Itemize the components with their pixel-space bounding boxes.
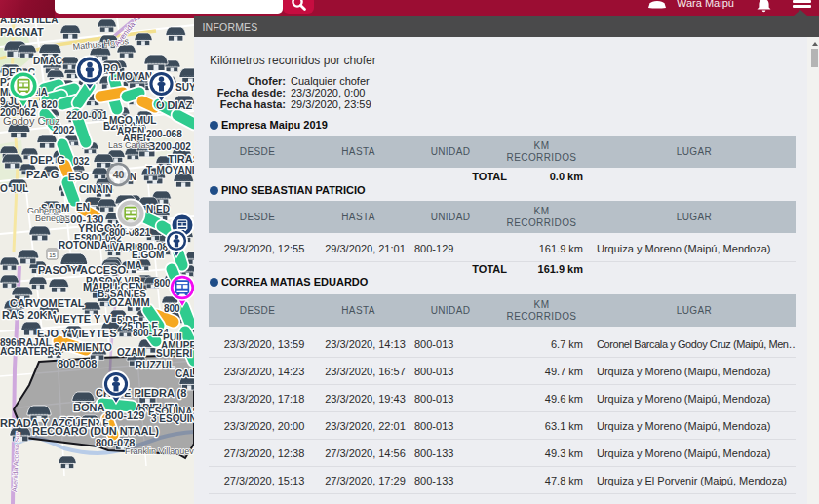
svg-text:PZA G: PZA G: [26, 169, 58, 180]
svg-text:800: 800: [164, 303, 180, 314]
svg-text:SARMIENTO: SARMIENTO: [54, 342, 112, 353]
svg-text:200-068: 200-068: [146, 129, 182, 139]
svg-text:O JUL: O JUL: [0, 183, 28, 194]
svg-text:2200-001: 2200-001: [66, 110, 108, 121]
svg-text:AGRATERRA: AGRATERRA: [0, 346, 61, 357]
svg-text:CINAIN: CINAIN: [79, 184, 112, 195]
svg-text:Godoy Cruz: Godoy Cruz: [3, 115, 60, 127]
svg-text:DEP. G: DEP. G: [30, 154, 65, 166]
svg-text:Las Cañas: Las Cañas: [108, 140, 151, 150]
svg-text:CALL: CALL: [176, 368, 194, 379]
svg-text:15: 15: [49, 252, 56, 258]
svg-text:E.GOM: E.GOM: [132, 250, 164, 260]
svg-text:032: 032: [73, 156, 90, 167]
svg-text:PAGNAT: PAGNAT: [0, 26, 44, 38]
svg-text:DMAC: DMAC: [33, 56, 62, 66]
svg-text:ROTONDA P: ROTONDA P: [58, 240, 117, 251]
svg-text:40: 40: [113, 169, 125, 180]
svg-text:3 ESQUIN: 3 ESQUIN: [151, 413, 194, 424]
svg-text:EN: EN: [76, 202, 90, 213]
svg-text:CARVOMETAL: CARVOMETAL: [10, 297, 85, 309]
svg-text:TIRAS: TIRAS: [168, 153, 194, 165]
svg-text:E PIEDRA (8: E PIEDRA (8: [124, 387, 186, 399]
svg-text:ESO: ESO: [68, 172, 89, 182]
svg-text:SUPERI: SUPERI: [156, 348, 192, 359]
svg-text:RECOARO (DUN NTAAL): RECOARO (DUN NTAAL): [32, 425, 159, 437]
svg-text:PASO Y ACCESO: PASO Y ACCESO: [38, 264, 127, 276]
svg-text:A.BASTILLA: A.BASTILLA: [0, 18, 58, 25]
svg-text:RAS 20KM: RAS 20KM: [2, 309, 57, 321]
svg-text:BONA: BONA: [73, 402, 104, 413]
svg-text:T. MOYANI: T. MOYANI: [146, 165, 194, 175]
svg-text:SUY: SUY: [176, 82, 194, 93]
svg-text:VIEYTE Y V: VIEYTE Y V: [53, 313, 111, 325]
svg-text:N ED: N ED: [146, 204, 170, 214]
svg-text:800-008: 800-008: [58, 358, 97, 369]
svg-text:Franklin Villanueva: Franklin Villanueva: [125, 446, 194, 456]
svg-text:OZAM: OZAM: [117, 347, 145, 358]
svg-text:RUZZUL: RUZZUL: [136, 360, 175, 370]
svg-text:OZAMM: OZAMM: [109, 296, 150, 308]
svg-text:MGO MUL: MGO MUL: [109, 115, 156, 126]
svg-text:800-129: 800-129: [105, 409, 144, 421]
svg-text:B200-002: B200-002: [148, 141, 191, 152]
svg-text:Benegas: Benegas: [35, 213, 70, 223]
svg-text:MA: MA: [127, 260, 142, 271]
